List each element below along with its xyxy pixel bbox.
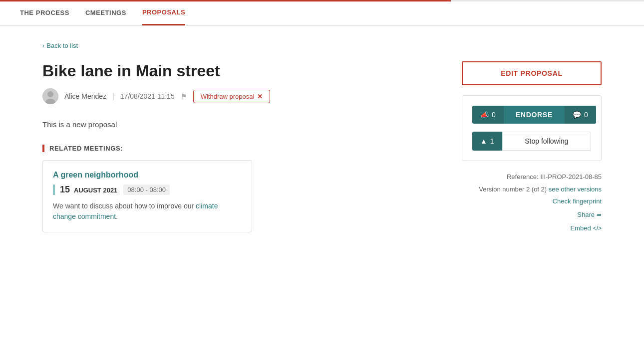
meeting-desc-end: . bbox=[116, 212, 118, 220]
proposal-meta: Alice Mendez | 17/08/2021 11:15 ⚑ Withdr… bbox=[42, 88, 442, 104]
svg-point-1 bbox=[47, 91, 53, 97]
back-arrow-icon: ‹ bbox=[42, 42, 44, 49]
proposal-title: Bike lane in Main street bbox=[42, 61, 442, 80]
nav-item-proposals[interactable]: PROPOSALS bbox=[142, 0, 185, 25]
meeting-month-year: August 2021 bbox=[74, 186, 117, 194]
withdraw-label: Withdraw proposal bbox=[201, 93, 255, 100]
meta-separator: | bbox=[112, 92, 114, 100]
action-box: 📣 0 ENDORSE 💬 0 ▲ 1 Stop following bbox=[462, 95, 602, 161]
related-meetings-section: RELATED MEETINGS: A green neighborhood 1… bbox=[42, 145, 442, 232]
meeting-day: 15 bbox=[60, 184, 70, 194]
share-row: Share ➦ bbox=[462, 209, 602, 221]
back-to-list-label: Back to list bbox=[46, 42, 78, 49]
meeting-description: We want to discuss about how to improve … bbox=[53, 201, 242, 222]
endorse-button[interactable]: ENDORSE bbox=[504, 106, 565, 124]
reference-label: Reference: bbox=[507, 173, 539, 180]
nav-item-cmeetings[interactable]: CMEETINGS bbox=[85, 1, 126, 24]
nav-item-the-process[interactable]: THE PROCESS bbox=[20, 1, 69, 24]
page-layout: Bike lane in Main street Alice Mendez | … bbox=[42, 61, 602, 234]
follower-count: 1 bbox=[490, 137, 494, 145]
meeting-desc-start: We want to discuss about how to improve … bbox=[53, 202, 196, 210]
embed-link[interactable]: Embed bbox=[570, 222, 591, 235]
meeting-card: A green neighborhood 15 August 2021 08:0… bbox=[42, 160, 252, 232]
top-navigation: THE PROCESS CMEETINGS PROPOSALS bbox=[0, 0, 644, 26]
meeting-date: 15 August 2021 bbox=[60, 184, 117, 195]
version-of: (of 2) bbox=[532, 185, 547, 193]
version-row: Version number 2 (of 2) see other versio… bbox=[462, 183, 602, 196]
embed-row: Embed </> bbox=[462, 222, 602, 235]
megaphone-icon: 📣 bbox=[480, 111, 489, 119]
meeting-title[interactable]: A green neighborhood bbox=[53, 171, 242, 180]
main-container: ‹ Back to list Bike lane in Main street … bbox=[22, 26, 622, 264]
comment-count: 0 bbox=[584, 111, 588, 119]
reference-row: Reference: III-PROP-2021-08-85 bbox=[462, 171, 602, 183]
main-content: Bike lane in Main street Alice Mendez | … bbox=[42, 61, 442, 232]
embed-icon: </> bbox=[593, 223, 602, 234]
follower-count-button[interactable]: ▲ 1 bbox=[472, 132, 502, 151]
follower-icon: ▲ bbox=[480, 137, 487, 145]
share-link[interactable]: Share bbox=[577, 209, 595, 221]
flag-icon[interactable]: ⚑ bbox=[181, 92, 187, 100]
related-meetings-title: RELATED MEETINGS: bbox=[42, 145, 442, 152]
back-to-list-link[interactable]: ‹ Back to list bbox=[42, 42, 78, 49]
comment-count-button[interactable]: 💬 0 bbox=[565, 106, 596, 124]
meeting-time: 08:00 - 08:00 bbox=[123, 184, 170, 195]
reference-value: III-PROP-2021-08-85 bbox=[540, 173, 602, 180]
version-number: 2 bbox=[526, 185, 530, 193]
see-other-versions-link[interactable]: see other versions bbox=[549, 185, 602, 193]
version-label: Version number bbox=[479, 185, 524, 193]
author-name: Alice Mendez bbox=[64, 92, 106, 100]
proposal-date: 17/08/2021 11:15 bbox=[120, 92, 175, 100]
check-fingerprint-link[interactable]: Check fingerprint bbox=[553, 197, 602, 205]
vote-row: 📣 0 ENDORSE 💬 0 bbox=[472, 106, 591, 124]
meeting-date-row: 15 August 2021 08:00 - 08:00 bbox=[53, 184, 242, 195]
stop-following-button[interactable]: Stop following bbox=[502, 132, 591, 151]
proposal-body: This is a new proposal bbox=[42, 120, 442, 129]
withdraw-proposal-button[interactable]: Withdraw proposal ✕ bbox=[193, 90, 271, 103]
vote-count-button[interactable]: 📣 0 bbox=[472, 106, 504, 124]
follow-row: ▲ 1 Stop following bbox=[472, 132, 591, 151]
edit-proposal-button[interactable]: EDIT PROPOSAL bbox=[462, 61, 602, 85]
fingerprint-row: Check fingerprint bbox=[462, 195, 602, 208]
share-icon: ➦ bbox=[597, 209, 602, 221]
withdraw-close-icon: ✕ bbox=[257, 93, 263, 100]
comment-icon: 💬 bbox=[573, 111, 581, 119]
author-avatar bbox=[42, 88, 58, 104]
meta-info: Reference: III-PROP-2021-08-85 Version n… bbox=[462, 171, 602, 234]
vote-count: 0 bbox=[492, 111, 496, 119]
sidebar: EDIT PROPOSAL 📣 0 ENDORSE 💬 0 bbox=[462, 61, 602, 234]
